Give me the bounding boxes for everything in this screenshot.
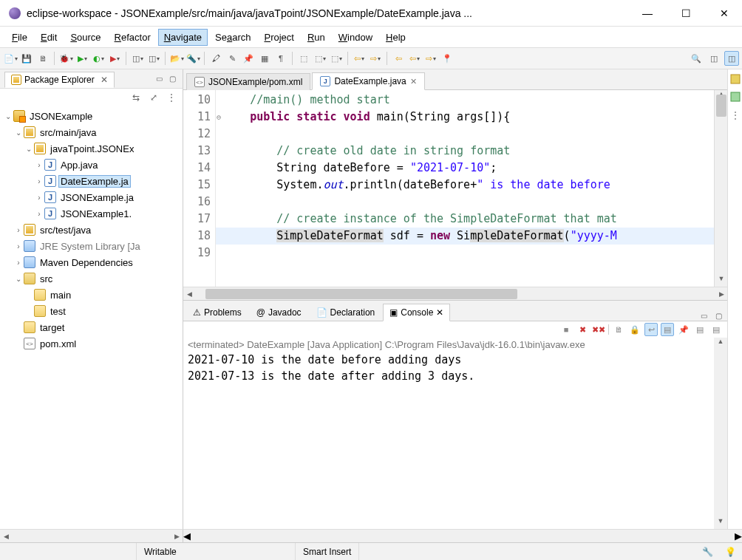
tree-item[interactable]: ⌄src [3, 270, 180, 287]
remove-all-button[interactable]: ✖✖ [592, 323, 605, 336]
tree-item[interactable]: target [3, 319, 180, 335]
console-scrollbar[interactable]: ▲ ▼ [714, 338, 727, 529]
editor-tab[interactable]: JSONExample/pom.xml [186, 73, 310, 90]
open-type-button[interactable]: 📂 [169, 51, 184, 66]
bottom-tab-javadoc[interactable]: @Javadoc [250, 304, 308, 321]
menu-ource[interactable]: Source [64, 29, 106, 46]
editor-tab[interactable]: JDateExample.java✕ [312, 72, 424, 90]
show-whitespace-button[interactable]: ¶ [273, 51, 288, 66]
code-editor[interactable]: //main() method start public static void… [216, 90, 714, 287]
bottom-tab-console[interactable]: ▣Console ✕ [383, 304, 450, 321]
display-selected-button[interactable]: ▤ [693, 323, 707, 336]
new-button[interactable]: 📄 [3, 51, 18, 66]
step-button[interactable]: ⬚ [296, 51, 311, 66]
remove-launch-button[interactable]: ✖ [576, 323, 589, 336]
tree-item[interactable]: main [3, 287, 180, 303]
tree-item[interactable]: ›JRE System Library [Ja [3, 238, 180, 254]
search-button[interactable]: 🔦 [186, 51, 200, 66]
editor-vertical-scrollbar[interactable]: ▲ ▼ [714, 90, 727, 287]
scroll-right-arrow[interactable]: ▶ [715, 290, 727, 298]
scroll-thumb[interactable] [716, 95, 726, 117]
toggle-breadcrumb-button[interactable]: ✎ [225, 51, 239, 66]
tree-item[interactable]: ⌄JSONExample [3, 108, 180, 124]
tree-item[interactable]: ›JJSONExample1. [3, 205, 180, 222]
maximize-view-button[interactable]: ▢ [166, 74, 178, 84]
tree-item[interactable]: ⌄javaTpoint.JSONEx [3, 140, 180, 157]
maximize-view-button[interactable]: ▢ [712, 310, 724, 321]
menu-earch[interactable]: Seaarch [209, 29, 256, 46]
run-last-button[interactable]: ▶ [107, 51, 122, 66]
scroll-lock-button[interactable]: 🔒 [628, 323, 641, 336]
save-button[interactable]: 💾 [19, 51, 34, 66]
minimize-button[interactable]: — [639, 4, 656, 22]
toggle-mark-button[interactable]: 🖍 [208, 51, 223, 66]
show-console-button[interactable]: ▤ [661, 323, 674, 336]
scroll-down-arrow[interactable]: ▼ [715, 275, 728, 287]
prev-annotation-button[interactable]: ⇦ [391, 51, 406, 66]
back-history-button[interactable]: ⇦ [407, 51, 422, 66]
package-explorer-tree[interactable]: ⌄JSONExample⌄src/main/java⌄javaTpoint.JS… [0, 106, 183, 529]
pin-console-button[interactable]: 📌 [677, 323, 690, 336]
debug-button[interactable]: 🐞 [58, 51, 73, 66]
scroll-left-arrow[interactable]: ◀ [183, 290, 195, 298]
new-package-button[interactable]: ◫ [146, 51, 161, 66]
menu-ile[interactable]: File [6, 29, 33, 46]
save-all-button[interactable]: 🗎 [35, 51, 50, 66]
tree-item[interactable]: ⌄src/main/java [3, 124, 180, 140]
clear-console-button[interactable]: 🗎 [612, 323, 625, 336]
collapse-all-button[interactable]: ⇆ [129, 91, 143, 104]
close-icon[interactable]: ✕ [101, 75, 108, 85]
terminate-button[interactable]: ■ [559, 323, 573, 336]
step-into-button[interactable]: ⬚ [313, 51, 327, 66]
minimize-view-button[interactable]: ▭ [698, 310, 709, 321]
menu-elp[interactable]: Help [380, 29, 412, 46]
tree-item[interactable]: ›JApp.java [3, 157, 180, 173]
editor-horizontal-scrollbar[interactable]: ◀ ▶ [183, 287, 727, 300]
word-wrap-button[interactable]: ↩ [644, 323, 658, 336]
menu-un[interactable]: Run [302, 29, 331, 46]
close-icon[interactable]: ✕ [410, 77, 417, 86]
maximize-button[interactable]: ☐ [677, 4, 695, 22]
menu-avigate[interactable]: Navigate [158, 29, 208, 46]
console-hscroll[interactable]: ◀▶ [183, 529, 742, 542]
view-menu-button[interactable]: ⋮ [165, 91, 178, 104]
forward-history-button[interactable]: ⇨ [423, 51, 438, 66]
tree-item[interactable]: ›JJSONExample.ja [3, 189, 180, 205]
tip-icon[interactable]: 💡 [719, 547, 742, 557]
open-perspective-button[interactable]: ◫ [707, 51, 721, 66]
package-explorer-hscroll[interactable]: ◀▶ [0, 529, 183, 542]
close-button[interactable]: ✕ [715, 4, 733, 22]
menu-dit[interactable]: Edit [35, 29, 63, 46]
line-number-gutter[interactable]: 10111213141516171819 [183, 90, 216, 287]
link-editor-button[interactable]: ⤢ [147, 91, 160, 104]
build-icon[interactable]: 🔧 [696, 547, 719, 557]
open-console-button[interactable]: ▤ [709, 323, 723, 336]
outline-view-shortcut[interactable] [730, 74, 741, 84]
quick-access-button[interactable]: 🔍 [689, 51, 704, 66]
tree-item[interactable]: ›Maven Dependencies [3, 254, 180, 270]
tree-item[interactable]: test [3, 303, 180, 319]
minimize-view-button[interactable]: ▭ [153, 74, 165, 84]
pin-editor-button[interactable]: 📍 [440, 51, 455, 66]
coverage-button[interactable]: ◐ [91, 51, 106, 66]
run-button[interactable]: ▶ [75, 51, 89, 66]
console-body[interactable]: <terminated> DateExample [Java Applicati… [183, 338, 727, 529]
task-list-shortcut[interactable] [730, 92, 741, 102]
package-explorer-tab[interactable]: Package Explorer ✕ [4, 72, 115, 88]
tree-item[interactable]: pom.xml [3, 335, 180, 352]
menu-indow[interactable]: Window [333, 29, 378, 46]
nav-fwd-arrow-button[interactable]: ⇨ [368, 51, 383, 66]
toggle-block-button[interactable]: ▦ [257, 51, 272, 66]
bottom-tab-declaration[interactable]: 📄Declaration [310, 304, 382, 321]
java-perspective-button[interactable]: ◫ [724, 51, 739, 66]
pin-button[interactable]: 📌 [241, 51, 256, 66]
tree-item[interactable]: ›JDateExample.ja [3, 173, 180, 189]
menu-roject[interactable]: Project [258, 29, 299, 46]
close-icon[interactable]: ✕ [436, 307, 443, 318]
tree-item[interactable]: ›src/test/java [3, 222, 180, 238]
menu-efactor[interactable]: Refactor [109, 29, 157, 46]
nav-back-arrow-button[interactable]: ⇦ [352, 51, 367, 66]
new-java-button[interactable]: ◫ [130, 51, 145, 66]
bottom-tab-problems[interactable]: ⚠Problems [186, 304, 248, 321]
hscroll-thumb[interactable] [205, 289, 517, 299]
